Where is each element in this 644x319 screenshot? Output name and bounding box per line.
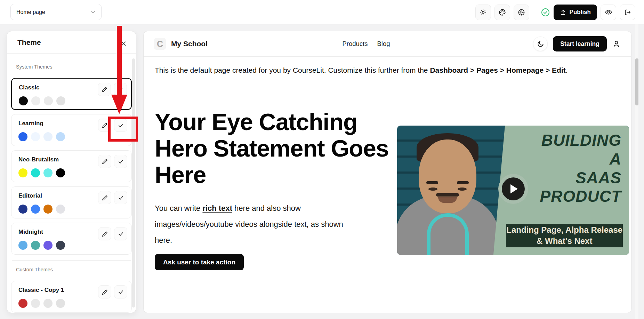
pencil-icon xyxy=(102,289,108,295)
hero-cta-button[interactable]: Ask user to take action xyxy=(155,254,244,270)
swatch xyxy=(31,132,40,141)
globe-icon xyxy=(518,9,525,16)
pencil-icon xyxy=(102,194,108,201)
system-themes-label: System Themes xyxy=(16,64,132,70)
upload-icon xyxy=(560,9,566,16)
apply-theme-button[interactable] xyxy=(114,155,127,168)
swatch xyxy=(31,299,40,308)
swatch xyxy=(56,299,65,308)
apply-theme-button[interactable] xyxy=(114,285,127,298)
swatch xyxy=(56,168,65,177)
annotation-arrow-head xyxy=(111,95,127,114)
rich-text-link[interactable]: rich text xyxy=(202,204,232,213)
youtube-video-thumbnail[interactable]: BUILDING A SAAS PRODUCT A Series Landing… xyxy=(397,126,629,255)
swatch xyxy=(18,168,27,177)
account-button[interactable] xyxy=(612,40,621,48)
exit-editor-button[interactable] xyxy=(620,5,635,20)
panel-scrollbar[interactable] xyxy=(132,58,135,308)
chevron-down-icon xyxy=(90,9,96,15)
play-icon xyxy=(510,184,518,193)
default-page-notice: This is the default page created for you… xyxy=(155,66,620,74)
apply-theme-button[interactable] xyxy=(114,227,127,240)
person-icon xyxy=(612,40,621,48)
publish-button[interactable]: Publish xyxy=(554,5,597,20)
play-button[interactable] xyxy=(498,174,528,204)
presenter-mustache xyxy=(436,193,459,197)
site-brand[interactable]: C My School xyxy=(154,38,208,50)
check-icon xyxy=(118,289,124,295)
swatch xyxy=(56,96,65,105)
video-caption: Landing Page, Alpha Release & What's Nex… xyxy=(506,224,623,247)
apply-theme-button[interactable] xyxy=(114,191,127,204)
theme-card-classic-copy-1[interactable]: Classic - Copy 1 xyxy=(11,281,132,313)
annotation-highlight-box xyxy=(108,117,138,142)
theme-panel-title: Theme xyxy=(17,38,126,47)
site-header: C My School Products Blog Start learning xyxy=(144,31,631,57)
pencil-icon xyxy=(101,86,108,93)
swatch xyxy=(56,205,65,214)
swatch xyxy=(43,299,53,308)
swatch xyxy=(31,168,40,177)
palette-icon xyxy=(499,9,506,16)
topbar-divider xyxy=(535,6,535,19)
swatch xyxy=(18,205,27,214)
sun-icon xyxy=(480,9,487,16)
breadcrumb: Dashboard > Pages > Homepage > Edit xyxy=(430,66,565,74)
edit-theme-button[interactable] xyxy=(98,227,111,240)
pencil-icon xyxy=(102,231,108,237)
edit-theme-button[interactable] xyxy=(98,155,111,168)
custom-themes-label: Custom Themes xyxy=(16,267,132,272)
page-preview: C My School Products Blog Start learning… xyxy=(143,31,631,313)
check-icon xyxy=(118,231,124,237)
swatch xyxy=(44,96,53,105)
section-divider xyxy=(12,260,131,261)
hero-heading: Your Eye Catching Hero Statement Goes He… xyxy=(155,109,402,188)
hoodie-trim xyxy=(427,213,469,255)
edit-theme-button[interactable] xyxy=(98,191,111,204)
page-select-value: Home page xyxy=(16,9,45,15)
preview-button[interactable] xyxy=(601,5,616,20)
page-scrollbar[interactable] xyxy=(635,58,638,105)
theme-card-midnight[interactable]: Midnight xyxy=(11,223,132,255)
site-nav: Products Blog xyxy=(342,40,390,48)
eye xyxy=(428,188,437,191)
swatch xyxy=(43,241,53,250)
annotation-arrow-shaft xyxy=(117,26,122,95)
courselit-logo: C xyxy=(154,38,166,50)
dark-mode-toggle[interactable] xyxy=(533,37,548,51)
eyebrow xyxy=(457,181,469,184)
swatch xyxy=(43,168,53,177)
eye xyxy=(458,188,467,191)
pencil-icon xyxy=(102,158,108,165)
logout-icon xyxy=(624,9,631,16)
swatch xyxy=(31,205,40,214)
theme-card-editorial[interactable]: Editorial xyxy=(11,186,132,218)
swatch xyxy=(31,241,40,250)
light-mode-button[interactable] xyxy=(475,5,491,20)
topbar-actions: Publish xyxy=(475,4,635,20)
editor-topbar: Home page Publish xyxy=(0,0,644,24)
start-learning-button[interactable]: Start learning xyxy=(553,36,607,51)
site-settings-button[interactable] xyxy=(514,5,529,20)
page-select[interactable]: Home page xyxy=(10,4,102,20)
swatch xyxy=(18,132,27,141)
edit-theme-button[interactable] xyxy=(98,285,111,298)
theme-palette-button[interactable] xyxy=(494,5,510,20)
eyebrow xyxy=(426,181,438,184)
eye-icon xyxy=(605,8,612,16)
nav-link-products[interactable]: Products xyxy=(342,40,368,48)
publish-label: Publish xyxy=(570,9,591,16)
swatch xyxy=(56,132,65,141)
saved-status-icon xyxy=(541,8,550,17)
presenter-smile xyxy=(438,197,457,203)
check-icon xyxy=(118,158,124,165)
hero-paragraph: You can write rich text here and also sh… xyxy=(155,200,351,249)
theme-card-neo-brutalism[interactable]: Neo-Brutalism xyxy=(11,150,132,182)
nav-link-blog[interactable]: Blog xyxy=(377,40,390,48)
edit-theme-button[interactable] xyxy=(98,83,111,96)
moon-icon xyxy=(537,40,544,48)
site-name: My School xyxy=(171,40,208,48)
check-icon xyxy=(118,194,124,201)
swatch xyxy=(31,96,40,105)
swatch xyxy=(43,132,53,141)
